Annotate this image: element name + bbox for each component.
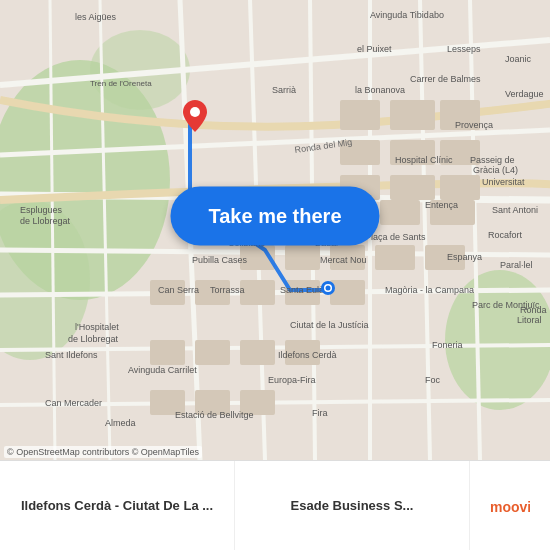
svg-text:Espanya: Espanya xyxy=(447,252,482,262)
svg-text:Universitat: Universitat xyxy=(482,177,525,187)
svg-text:Joanic: Joanic xyxy=(505,54,532,64)
footer: Ildefons Cerdà - Ciutat De La ... Esade … xyxy=(0,460,550,550)
svg-text:Entença: Entença xyxy=(425,200,458,210)
svg-rect-28 xyxy=(440,175,480,200)
svg-text:Tren de l'Oreneta: Tren de l'Oreneta xyxy=(90,79,152,88)
svg-text:Sant Antoni: Sant Antoni xyxy=(492,205,538,215)
svg-text:Paral·lel: Paral·lel xyxy=(500,260,533,270)
svg-rect-43 xyxy=(150,340,185,365)
svg-rect-20 xyxy=(340,100,380,130)
svg-rect-44 xyxy=(195,340,230,365)
svg-text:Sarrià: Sarrià xyxy=(272,85,296,95)
svg-text:Rocafort: Rocafort xyxy=(488,230,523,240)
svg-text:Estació de Bellvitge: Estació de Bellvitge xyxy=(175,410,254,420)
svg-text:Foneria: Foneria xyxy=(432,340,463,350)
svg-text:Ildefons Cerdà: Ildefons Cerdà xyxy=(278,350,337,360)
dest-station[interactable]: Esade Business S... xyxy=(235,461,470,550)
svg-text:Fira: Fira xyxy=(312,408,328,418)
svg-text:de Llobregat: de Llobregat xyxy=(20,216,71,226)
take-me-there-button[interactable]: Take me there xyxy=(170,187,379,246)
svg-text:de Llobregat: de Llobregat xyxy=(68,334,119,344)
svg-rect-36 xyxy=(375,245,415,270)
origin-station-name: Ildefons Cerdà - Ciutat De La ... xyxy=(21,498,213,513)
svg-text:Almeda: Almeda xyxy=(105,418,136,428)
svg-rect-45 xyxy=(240,340,275,365)
svg-text:les Aigües: les Aigües xyxy=(75,12,117,22)
svg-text:Esplugues: Esplugues xyxy=(20,205,63,215)
svg-text:la Bonanova: la Bonanova xyxy=(355,85,405,95)
svg-text:Hospital Clínic: Hospital Clínic xyxy=(395,155,453,165)
svg-text:Passeig de: Passeig de xyxy=(470,155,515,165)
svg-text:Ronda: Ronda xyxy=(520,305,547,315)
svg-rect-21 xyxy=(390,100,435,130)
map-container: les Aigües Avinguda Tibidabo el Puixet L… xyxy=(0,0,550,460)
origin-station[interactable]: Ildefons Cerdà - Ciutat De La ... xyxy=(0,461,235,550)
svg-text:Lesseps: Lesseps xyxy=(447,44,481,54)
svg-text:Magòria - la Campana: Magòria - la Campana xyxy=(385,285,474,295)
svg-text:Can Mercader: Can Mercader xyxy=(45,398,102,408)
map-attribution: © OpenStreetMap contributors © OpenMapTi… xyxy=(4,446,202,458)
svg-text:Provença: Provença xyxy=(455,120,493,130)
svg-rect-34 xyxy=(285,245,320,270)
svg-text:Plaça de Sants: Plaça de Sants xyxy=(365,232,426,242)
svg-text:Pubilla Cases: Pubilla Cases xyxy=(192,255,248,265)
origin-pin xyxy=(183,100,207,136)
svg-rect-38 xyxy=(240,280,275,305)
svg-point-99 xyxy=(190,107,200,117)
svg-text:l'Hospitalet: l'Hospitalet xyxy=(75,322,119,332)
svg-text:el Puixet: el Puixet xyxy=(357,44,392,54)
svg-text:Avinguda Tibidabo: Avinguda Tibidabo xyxy=(370,10,444,20)
svg-point-102 xyxy=(326,286,331,291)
moovit-logo: moovit xyxy=(470,461,550,550)
svg-text:Can Serra: Can Serra xyxy=(158,285,199,295)
svg-text:Verdague: Verdague xyxy=(505,89,544,99)
svg-text:Ciutat de la Justícia: Ciutat de la Justícia xyxy=(290,320,369,330)
svg-text:Avinguda Carrilet: Avinguda Carrilet xyxy=(128,365,197,375)
svg-text:Foc: Foc xyxy=(425,375,441,385)
svg-text:Europa-Fira: Europa-Fira xyxy=(268,375,316,385)
svg-text:Carrer de Balmes: Carrer de Balmes xyxy=(410,74,481,84)
svg-text:Mercat Nou: Mercat Nou xyxy=(320,255,367,265)
svg-text:moovit: moovit xyxy=(490,499,530,515)
dest-station-name: Esade Business S... xyxy=(291,498,414,513)
svg-text:Litoral: Litoral xyxy=(517,315,542,325)
svg-text:Sant Ildefons: Sant Ildefons xyxy=(45,350,98,360)
svg-rect-31 xyxy=(380,200,420,225)
svg-rect-27 xyxy=(390,175,435,200)
svg-text:Gràcia (L4): Gràcia (L4) xyxy=(473,165,518,175)
svg-text:Torrassa: Torrassa xyxy=(210,285,245,295)
dest-pin xyxy=(320,280,336,300)
moovit-icon: moovit xyxy=(490,496,530,516)
